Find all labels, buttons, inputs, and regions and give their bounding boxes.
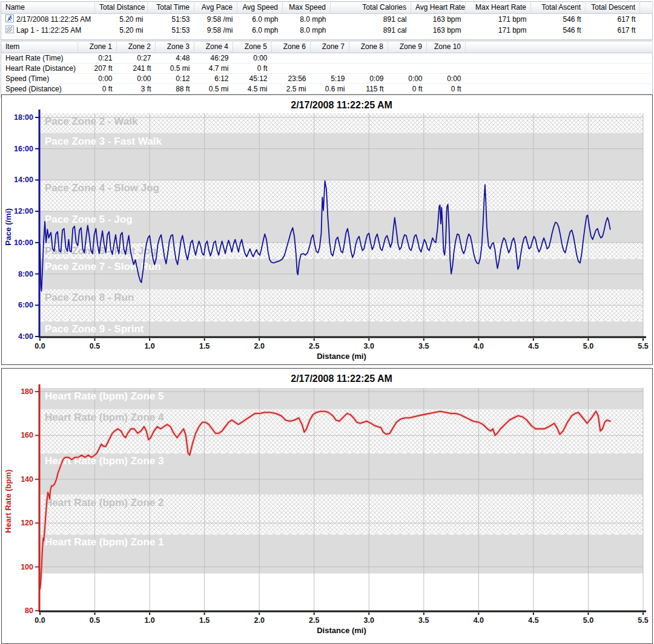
lap-icon	[5, 25, 14, 35]
cell: 617 ft	[586, 25, 640, 36]
column-header-max-speed[interactable]: Max Speed	[283, 2, 331, 14]
x-axis-title: Distance (mi)	[317, 352, 366, 361]
cell: 9:58 /mi	[194, 14, 237, 25]
column-header-zone-6[interactable]: Zone 6	[272, 41, 311, 53]
cell: 0 ft	[233, 64, 272, 74]
x-tick-label: 4.5	[528, 616, 538, 625]
column-header-zone-10[interactable]: Zone 10	[427, 41, 466, 53]
cell	[349, 64, 388, 74]
x-tick-label: 2.5	[309, 342, 319, 350]
cell	[349, 53, 388, 64]
cell: 5:19	[311, 74, 349, 84]
column-header-name[interactable]: Name	[1, 2, 95, 14]
heart-rate-chart-panel: 2/17/2008 11:22:25 AMHeart Rate (bpm) Zo…	[1, 368, 653, 644]
cell	[388, 53, 427, 64]
x-tick-label: 3.5	[418, 342, 429, 350]
cell: 0:09	[349, 74, 388, 84]
column-header-avg-speed[interactable]: Avg Speed	[237, 2, 283, 14]
x-tick-label: 4.5	[528, 342, 538, 350]
y-axis-title: Pace (/mi)	[4, 208, 13, 245]
column-header-zone-7[interactable]: Zone 7	[311, 41, 349, 53]
column-header-avg-heart-rate[interactable]: Avg Heart Rate	[411, 2, 466, 14]
cell: 8.0 mph	[283, 25, 331, 36]
chart-title: 2/17/2008 11:22:25 AM	[291, 100, 392, 110]
cell: 6:12	[194, 74, 233, 84]
y-tick-label: 80	[25, 606, 33, 615]
cell: 0:00	[117, 74, 156, 84]
cell: 23:56	[272, 74, 311, 84]
x-tick-label: 2.0	[254, 342, 264, 350]
cell: 0:27	[117, 53, 156, 64]
column-header-total-calories[interactable]: Total Calories	[331, 2, 411, 14]
cell: 546 ft	[531, 25, 586, 36]
activity-report-window: NameTotal DistanceTotal TimeAvg PaceAvg …	[0, 0, 654, 644]
column-header-zone-1[interactable]: Zone 1	[78, 41, 117, 53]
column-header-total-distance[interactable]: Total Distance	[95, 2, 148, 14]
cell	[272, 64, 311, 74]
cell-filler	[466, 74, 653, 84]
cell: 5.20 mi	[95, 14, 148, 25]
cell: 0 ft	[388, 84, 427, 94]
column-header-total-time[interactable]: Total Time	[148, 2, 194, 14]
pace-plot-area[interactable]	[40, 113, 643, 337]
header-row: ItemZone 1Zone 2Zone 3Zone 4Zone 5Zone 6…	[1, 41, 653, 53]
column-header-zone-2[interactable]: Zone 2	[117, 41, 156, 53]
cell: 115 ft	[349, 84, 388, 94]
column-header-zone-4[interactable]: Zone 4	[194, 41, 233, 53]
cell: 9:58 /mi	[194, 25, 237, 36]
cell: 0 ft	[427, 84, 466, 94]
zone-stat-row[interactable]: Heart Rate (Time)0:210:274:4846:290:00	[1, 53, 653, 64]
hr-plot-area[interactable]	[40, 388, 643, 611]
x-tick-label: 0.0	[35, 342, 45, 350]
cell: 4.7 mi	[194, 64, 233, 74]
cell: 171 bpm	[466, 14, 531, 25]
cell: 4.5 mi	[233, 84, 272, 94]
cell: 46:29	[194, 53, 233, 64]
cell: 6.0 mph	[237, 14, 283, 25]
cell: 0:00	[388, 74, 427, 84]
cell	[388, 64, 427, 74]
column-header-zone-9[interactable]: Zone 9	[388, 41, 427, 53]
cell: 891 cal	[331, 14, 411, 25]
cell: 8.0 mph	[283, 14, 331, 25]
x-tick-label: 1.0	[144, 342, 154, 350]
table-empty-area	[1, 36, 653, 40]
x-tick-label: 3.0	[364, 342, 374, 350]
column-header-total-descent[interactable]: Total Descent	[586, 2, 640, 14]
column-header-max-heart-rate[interactable]: Max Heart Rate	[466, 2, 531, 14]
cell: 4:48	[156, 53, 194, 64]
y-tick-label: 14:00	[14, 176, 33, 184]
y-tick-label: 180	[21, 387, 33, 396]
row-label: Speed (Distance)	[1, 84, 78, 94]
activity-row[interactable]: Lap 1 - 11:22:25 AM5.20 mi51:539:58 /mi6…	[1, 25, 653, 36]
cell	[427, 53, 466, 64]
y-tick-label: 10:00	[14, 238, 33, 247]
cell: 617 ft	[586, 14, 640, 25]
cell: 51:53	[148, 14, 194, 25]
zone-stat-row[interactable]: Speed (Time)0:000:000:126:1245:1223:565:…	[1, 74, 653, 84]
cell: 0:00	[78, 74, 117, 84]
column-header-total-ascent[interactable]: Total Ascent	[531, 2, 586, 14]
column-header-filler	[640, 2, 653, 14]
zone-stat-row[interactable]: Heart Rate (Distance)207 ft241 ft0.5 mi4…	[1, 64, 653, 74]
column-header-item[interactable]: Item	[1, 41, 78, 53]
y-tick-label: 12:00	[14, 207, 33, 215]
x-tick-label: 1.0	[144, 616, 154, 625]
summary-table: NameTotal DistanceTotal TimeAvg PaceAvg …	[1, 1, 653, 40]
cell: 0:21	[78, 53, 117, 64]
column-header-zone-3[interactable]: Zone 3	[156, 41, 194, 53]
column-header-zone-8[interactable]: Zone 8	[349, 41, 388, 53]
activity-row[interactable]: 2/17/2008 11:22:25 AM5.20 mi51:539:58 /m…	[1, 14, 653, 25]
column-header-zone-5[interactable]: Zone 5	[233, 41, 272, 53]
column-header-avg-pace[interactable]: Avg Pace	[194, 2, 237, 14]
cell-filler	[640, 14, 653, 25]
cell: 0.6 mi	[311, 84, 349, 94]
cell: 0:12	[156, 74, 194, 84]
y-tick-label: 100	[21, 563, 33, 571]
cell	[311, 53, 349, 64]
cell: 6.0 mph	[237, 25, 283, 36]
header-row: NameTotal DistanceTotal TimeAvg PaceAvg …	[1, 2, 653, 14]
cell-filler	[466, 64, 653, 74]
zone-stat-row[interactable]: Speed (Distance)0 ft3 ft88 ft0.5 mi4.5 m…	[1, 84, 653, 94]
row-label: Lap 1 - 11:22:25 AM	[16, 26, 81, 34]
